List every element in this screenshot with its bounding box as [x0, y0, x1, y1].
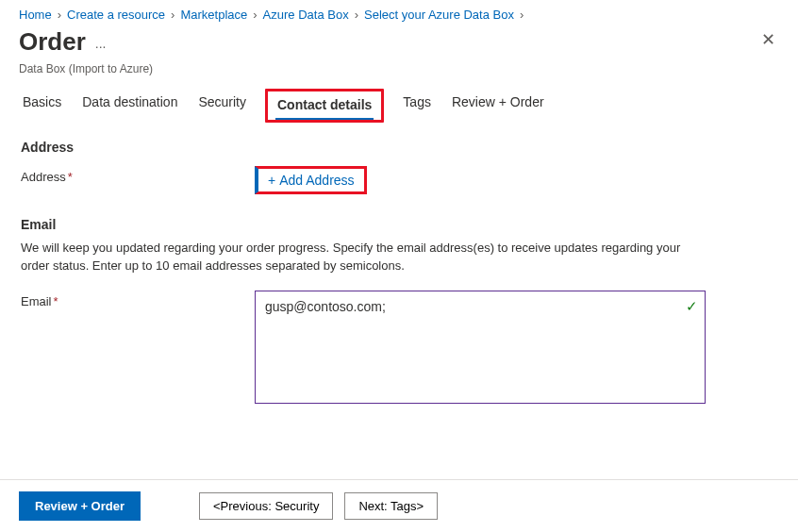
review-order-button[interactable]: Review + Order [19, 491, 141, 521]
email-input[interactable] [255, 291, 706, 404]
close-icon[interactable]: ✕ [757, 27, 779, 52]
page-subtitle: Data Box (Import to Azure) [0, 62, 798, 89]
email-field-label: Email* [21, 291, 255, 308]
form-row-address: Address* + Add Address [0, 160, 798, 200]
page-title: Order [19, 27, 86, 57]
chevron-right-icon: › [58, 8, 61, 22]
tab-review-order[interactable]: Review + Order [450, 89, 546, 123]
tab-basics[interactable]: Basics [21, 89, 63, 123]
tab-tags[interactable]: Tags [401, 89, 433, 123]
footer-bar: Review + Order <Previous: Security Next:… [0, 479, 798, 532]
add-address-button[interactable]: + Add Address [255, 166, 367, 194]
chevron-right-icon: › [171, 8, 175, 22]
breadcrumb-link-home[interactable]: Home [19, 8, 52, 22]
chevron-right-icon: › [253, 8, 257, 22]
section-heading-address: Address [0, 123, 798, 160]
form-row-email: Email* ✓ [0, 285, 798, 412]
email-description: We will keep you updated regarding your … [0, 238, 717, 285]
breadcrumb-link-azure-data-box[interactable]: Azure Data Box [263, 8, 349, 22]
previous-button[interactable]: <Previous: Security [199, 492, 333, 520]
plus-icon: + [268, 173, 275, 188]
breadcrumb-link-select-data-box[interactable]: Select your Azure Data Box [364, 8, 514, 22]
breadcrumb: Home › Create a resource › Marketplace ›… [0, 0, 798, 25]
section-heading-email: Email [0, 200, 798, 238]
chevron-right-icon: › [520, 8, 524, 22]
page-header: Order ··· ✕ [0, 25, 798, 62]
next-button[interactable]: Next: Tags> [344, 492, 438, 520]
address-field-label: Address* [21, 166, 255, 184]
tab-data-destination[interactable]: Data destination [80, 89, 179, 123]
breadcrumb-link-create-resource[interactable]: Create a resource [67, 8, 165, 22]
tab-security[interactable]: Security [196, 89, 248, 123]
add-address-label: Add Address [279, 173, 354, 188]
chevron-right-icon: › [355, 8, 358, 22]
more-actions-button[interactable]: ··· [95, 31, 107, 54]
tab-contact-details[interactable]: Contact details [275, 91, 374, 120]
highlight-contact-details: Contact details [265, 89, 384, 123]
tab-bar: Basics Data destination Security Contact… [0, 89, 798, 123]
breadcrumb-link-marketplace[interactable]: Marketplace [180, 8, 247, 22]
check-icon: ✓ [686, 298, 698, 315]
